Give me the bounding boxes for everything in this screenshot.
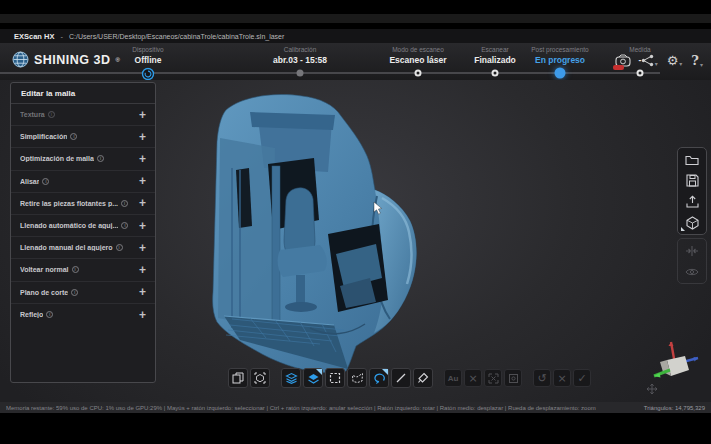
add-icon[interactable]: + bbox=[139, 109, 146, 121]
import-scan-icon bbox=[232, 372, 244, 384]
visibility-button bbox=[680, 262, 704, 281]
help-icon: ? bbox=[691, 53, 699, 68]
panel-item-simplificacion[interactable]: Simplificación i + bbox=[11, 126, 155, 148]
target-select-icon bbox=[508, 373, 519, 384]
add-icon[interactable]: + bbox=[139, 309, 146, 321]
info-icon: i bbox=[116, 244, 123, 251]
polygon-select-button[interactable] bbox=[347, 368, 367, 388]
save-button[interactable] bbox=[680, 171, 704, 190]
pan-move-icon bbox=[646, 383, 658, 395]
confirm-button: ✓ bbox=[573, 369, 591, 387]
rect-select-button[interactable] bbox=[325, 368, 345, 388]
escanear-dot[interactable] bbox=[492, 70, 499, 77]
step-dispositivo[interactable]: Dispositivo Offline bbox=[83, 46, 213, 65]
3d-viewport[interactable]: Editar la malla Textura i + Simplificaci… bbox=[0, 80, 711, 402]
corner-badge bbox=[316, 369, 322, 375]
polygon-select-icon bbox=[351, 372, 364, 384]
model-view-button[interactable] bbox=[680, 213, 704, 232]
brush-select-button[interactable] bbox=[413, 368, 433, 388]
open-project-button[interactable] bbox=[680, 150, 704, 169]
model-cube-icon bbox=[686, 216, 699, 230]
right-toolbar-file-group bbox=[677, 147, 707, 235]
info-icon: i bbox=[72, 266, 79, 273]
post-procesamiento-dot[interactable] bbox=[555, 68, 566, 79]
lasso-select-button[interactable] bbox=[369, 368, 389, 388]
settings-button[interactable]: ⚙ ▾ bbox=[667, 54, 683, 67]
info-icon: i bbox=[48, 111, 55, 118]
calibracion-dot[interactable] bbox=[297, 70, 304, 77]
select-all-button bbox=[484, 369, 502, 387]
auto-select-button: Au bbox=[444, 369, 462, 387]
corner-badge bbox=[681, 227, 685, 231]
brush-select-icon bbox=[417, 372, 429, 384]
confirm-group: ↺ × ✓ bbox=[533, 369, 591, 387]
step-label: Dispositivo bbox=[83, 46, 213, 53]
add-icon[interactable]: + bbox=[139, 175, 146, 187]
right-toolbar-view-group bbox=[677, 238, 707, 284]
help-button[interactable]: ? ▾ bbox=[691, 53, 703, 68]
export-button[interactable] bbox=[680, 192, 704, 211]
panel-item-plano-corte[interactable]: Plano de corte i + bbox=[11, 282, 155, 304]
chevron-down-icon: ▾ bbox=[679, 61, 682, 67]
panel-item-alisar[interactable]: Alisar i + bbox=[11, 171, 155, 193]
triangle-count: Triángulos: 14,795,329 bbox=[644, 405, 705, 411]
confirm-icon: ✓ bbox=[577, 373, 586, 384]
letterbox-strip bbox=[0, 14, 711, 23]
view-cube-icon bbox=[254, 372, 266, 384]
info-icon: i bbox=[121, 222, 128, 229]
export-upload-icon bbox=[686, 195, 699, 208]
panel-item-optimizacion-malla[interactable]: Optimización de malla i + bbox=[11, 148, 155, 170]
import-scan-button[interactable] bbox=[228, 368, 248, 388]
layers-button[interactable] bbox=[281, 368, 301, 388]
view-cube-button[interactable] bbox=[250, 368, 270, 388]
step-value: Offline bbox=[83, 55, 213, 65]
panel-item-llenado-automatico[interactable]: Llenado automático de aguj... i + bbox=[11, 215, 155, 237]
device-status-dot[interactable] bbox=[142, 67, 155, 80]
target-select-button bbox=[504, 369, 522, 387]
overlay-display-button[interactable] bbox=[303, 368, 323, 388]
info-icon: i bbox=[42, 178, 49, 185]
edit-mesh-panel: Editar la malla Textura i + Simplificaci… bbox=[10, 82, 156, 383]
step-calibracion[interactable]: Calibración abr.03 - 15:58 bbox=[235, 46, 365, 65]
auto-select-icon: Au bbox=[448, 374, 459, 383]
panel-item-textura[interactable]: Textura i + bbox=[11, 104, 155, 126]
add-icon[interactable]: + bbox=[139, 197, 146, 209]
line-select-icon bbox=[395, 372, 407, 384]
add-icon[interactable]: + bbox=[139, 220, 146, 232]
add-icon[interactable]: + bbox=[139, 153, 146, 165]
share-icon bbox=[641, 54, 654, 67]
line-select-button[interactable] bbox=[391, 368, 411, 388]
workflow-header: SHINING 3D ® Dispositivo Offline Calibra… bbox=[0, 43, 711, 80]
selection-tool-group bbox=[281, 368, 433, 388]
add-icon[interactable]: + bbox=[139, 264, 146, 276]
device-sync-icon bbox=[142, 68, 155, 81]
info-icon: i bbox=[97, 155, 104, 162]
medida-dot[interactable] bbox=[637, 70, 644, 77]
selection-ops-group: Au × bbox=[444, 369, 522, 387]
panel-item-llenado-manual[interactable]: Llenado manual del agujero i + bbox=[11, 237, 155, 259]
scanner-device-button[interactable] bbox=[615, 54, 632, 68]
panel-item-reflejo[interactable]: Reflejo i + bbox=[11, 304, 155, 326]
file-tool-group bbox=[228, 368, 270, 388]
add-icon[interactable]: + bbox=[139, 242, 146, 254]
eye-icon bbox=[685, 267, 699, 277]
deselect-icon: × bbox=[468, 373, 477, 384]
xyz-axis-gizmo[interactable] bbox=[646, 336, 704, 386]
scan-mesh-model[interactable] bbox=[180, 78, 500, 398]
share-button[interactable]: ▾ bbox=[641, 54, 658, 67]
add-icon[interactable]: + bbox=[139, 131, 146, 143]
undo-icon: ↺ bbox=[537, 373, 546, 384]
modo-escaneo-dot[interactable] bbox=[415, 70, 422, 77]
info-icon: i bbox=[46, 311, 53, 318]
chevron-down-icon: ▾ bbox=[655, 61, 658, 67]
panel-item-voltear-normal[interactable]: Voltear normal i + bbox=[11, 259, 155, 281]
status-hints: Memoria restante: 59% uso de CPU: 1% uso… bbox=[6, 405, 596, 411]
app-title: EXScan HX bbox=[14, 32, 54, 41]
title-separator: - bbox=[60, 32, 63, 41]
step-label: Medida bbox=[575, 46, 705, 53]
panel-title: Editar la malla bbox=[11, 83, 155, 104]
deselect-button: × bbox=[464, 369, 482, 387]
fit-view-button bbox=[680, 241, 704, 260]
add-icon[interactable]: + bbox=[139, 286, 146, 298]
panel-item-piezas-flotantes[interactable]: Retire las piezas flotantes p... i + bbox=[11, 193, 155, 215]
